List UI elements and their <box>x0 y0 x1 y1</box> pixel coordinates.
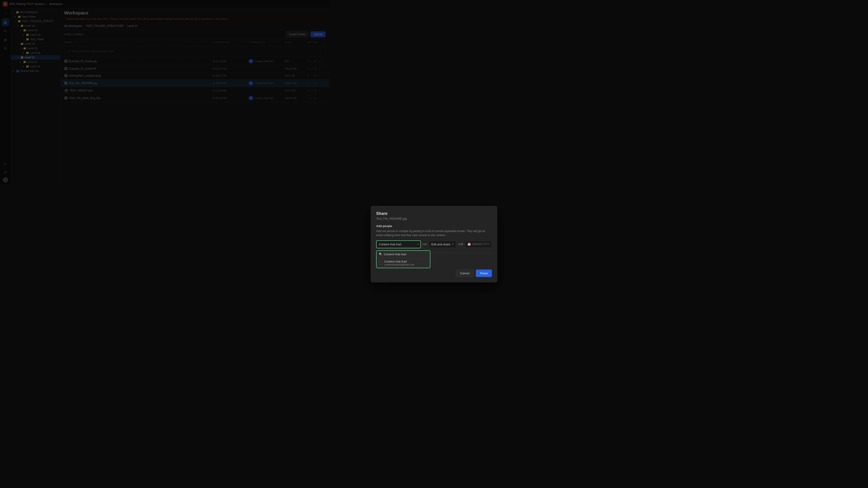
modal-overlay[interactable]: Share Test_File_RENAME.jpg Add people Ad… <box>0 0 329 184</box>
